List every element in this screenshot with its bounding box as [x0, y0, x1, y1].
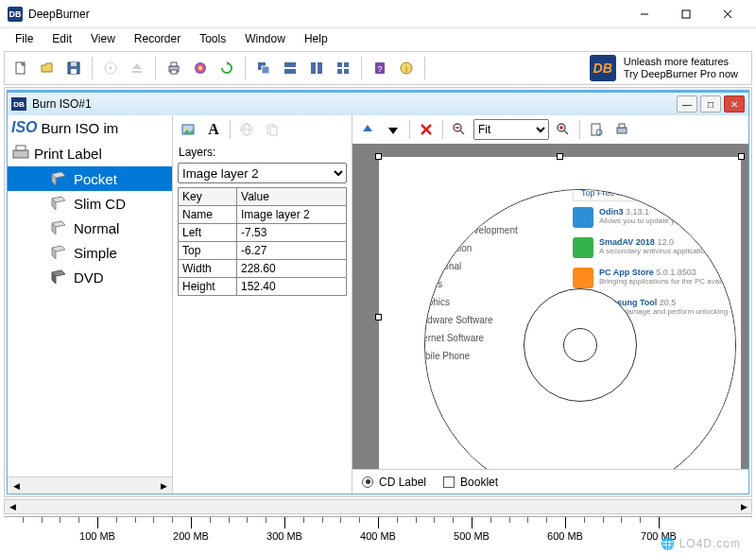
print-preview-icon[interactable]	[585, 118, 608, 141]
table-row: Height152.40	[179, 278, 347, 296]
menu-recorder[interactable]: Recorder	[125, 30, 190, 47]
scroll-right-icon[interactable]: ▶	[736, 500, 751, 513]
zoom-out-icon[interactable]	[448, 118, 471, 141]
tab-cd-label[interactable]: CD Label	[362, 476, 426, 489]
lo4d-cat-header: Software Categories	[424, 189, 559, 198]
titlebar: DB DeepBurner	[0, 0, 756, 28]
child-maximize-button[interactable]: □	[700, 95, 721, 113]
scroll-left-icon[interactable]: ◀	[8, 477, 25, 493]
capacity-ruler: 100 MB200 MB300 MB400 MB500 MB600 MB700 …	[4, 516, 752, 554]
arrow-down-icon[interactable]	[382, 118, 404, 141]
promo-icon: DB	[590, 55, 616, 81]
child-window: DB Burn ISO#1 — □ ✕ ISO Burn ISO im Prin…	[7, 90, 749, 494]
disc-icon[interactable]	[98, 56, 123, 80]
svg-rect-13	[171, 70, 177, 74]
print-icon[interactable]	[162, 56, 186, 80]
delete-icon[interactable]	[415, 118, 438, 141]
checkbox-icon	[443, 476, 455, 488]
ruler-tick-label: 100 MB	[79, 530, 115, 542]
svg-text:i: i	[405, 64, 407, 74]
svg-rect-19	[284, 69, 296, 74]
tree-item-pocket[interactable]: Pocket	[8, 166, 172, 191]
cascade-icon[interactable]	[251, 56, 276, 80]
properties-panel: A Layers: Image layer 2 KeyValue NameIma…	[173, 115, 352, 493]
iso-icon: ISO	[11, 119, 38, 136]
svg-rect-31	[16, 146, 26, 150]
case-icon	[49, 218, 68, 237]
zoom-in-icon[interactable]	[552, 118, 575, 141]
new-icon[interactable]	[9, 56, 33, 80]
list-item: 📁Business & Development	[424, 221, 559, 239]
tile-vertical-icon[interactable]	[304, 56, 329, 80]
svg-point-15	[199, 67, 202, 70]
label-canvas[interactable]: 🌐 LO4D.com Software reviews, d Software …	[352, 144, 748, 469]
arrow-up-icon[interactable]	[356, 118, 379, 141]
scroll-left-icon[interactable]: ◀	[5, 500, 20, 513]
tree-item-dvd[interactable]: DVD	[8, 265, 172, 289]
about-icon[interactable]: i	[394, 56, 419, 80]
child-close-button[interactable]: ✕	[724, 95, 745, 113]
print-label-icon[interactable]	[610, 118, 633, 141]
list-item: 📁Audio & Video	[424, 203, 559, 221]
list-item: Odin3 3.13.1Allows you to update your An…	[573, 207, 736, 228]
menu-help[interactable]: Help	[295, 30, 337, 47]
svg-rect-17	[262, 66, 269, 74]
child-title-text: Burn ISO#1	[32, 97, 674, 111]
tree-root-print-label[interactable]: Print Label	[8, 140, 172, 166]
tab-booklet[interactable]: Booklet	[443, 476, 498, 489]
menu-view[interactable]: View	[81, 30, 125, 47]
list-item: 📁Educational	[424, 257, 559, 275]
minimize-button[interactable]	[624, 1, 665, 27]
cd-label-shape[interactable]: 🌐 LO4D.com Software reviews, d Software …	[424, 189, 736, 469]
navigation-tree: ISO Burn ISO im Print Label Pocket Slim …	[8, 115, 173, 493]
promo-text: Unleash more features Try DeepBurner Pro…	[624, 56, 738, 80]
svg-line-42	[460, 130, 464, 134]
preview-toolbar: Fit	[352, 115, 748, 144]
lo4d-tab: Latest Up	[674, 189, 726, 201]
props-header-value: Value	[237, 188, 347, 206]
arrange-icon[interactable]	[331, 56, 355, 80]
open-icon[interactable]	[35, 56, 60, 80]
menu-file[interactable]: File	[6, 30, 43, 47]
main-toolbar: ? i DB Unleash more features Try DeepBur…	[4, 51, 752, 85]
zoom-select[interactable]: Fit	[473, 119, 549, 140]
layers-label: Layers:	[173, 144, 352, 161]
table-row: Top-6.27	[179, 242, 347, 260]
watermark: 🌐LO4D.com	[661, 537, 741, 550]
menu-edit[interactable]: Edit	[43, 30, 81, 47]
save-icon[interactable]	[61, 56, 86, 80]
svg-rect-20	[311, 62, 316, 74]
radio-icon	[362, 476, 373, 488]
scroll-right-icon[interactable]: ▶	[155, 477, 172, 493]
close-button[interactable]	[707, 1, 748, 27]
promo-banner[interactable]: DB Unleash more features Try DeepBurner …	[590, 55, 747, 81]
list-item: 📁Customization	[424, 239, 559, 257]
svg-rect-22	[337, 62, 342, 67]
svg-rect-50	[617, 128, 627, 133]
globe-icon[interactable]	[235, 118, 258, 141]
tile-horizontal-icon[interactable]	[278, 56, 302, 80]
ruler-tick-label: 300 MB	[266, 530, 302, 542]
tree-item-slim-cd[interactable]: Slim CD	[8, 191, 172, 216]
tree-root-iso[interactable]: ISO Burn ISO im	[8, 115, 172, 140]
image-tool-icon[interactable]	[177, 118, 199, 141]
maximize-button[interactable]	[665, 1, 707, 27]
svg-rect-38	[270, 127, 277, 135]
tree-item-normal[interactable]: Normal	[8, 216, 172, 240]
refresh-icon[interactable]	[215, 56, 239, 80]
copy-icon[interactable]	[261, 118, 284, 141]
burn-icon[interactable]	[188, 56, 213, 80]
menu-tools[interactable]: Tools	[190, 30, 235, 47]
help-icon[interactable]: ?	[368, 56, 392, 80]
preview-tabs: CD Label Booklet	[352, 469, 748, 493]
child-minimize-button[interactable]: —	[677, 95, 697, 113]
outer-hscroll[interactable]: ◀ ▶	[4, 499, 752, 514]
tree-hscroll[interactable]: ◀ ▶	[8, 476, 172, 493]
tree-item-simple[interactable]: Simple	[8, 240, 172, 265]
layers-select[interactable]: Image layer 2	[178, 163, 347, 183]
menu-window[interactable]: Window	[235, 30, 295, 47]
mdi-area: DB Burn ISO#1 — □ ✕ ISO Burn ISO im Prin…	[4, 87, 752, 497]
svg-rect-21	[318, 62, 322, 74]
eject-icon[interactable]	[125, 56, 149, 80]
text-tool-icon[interactable]: A	[202, 118, 225, 141]
